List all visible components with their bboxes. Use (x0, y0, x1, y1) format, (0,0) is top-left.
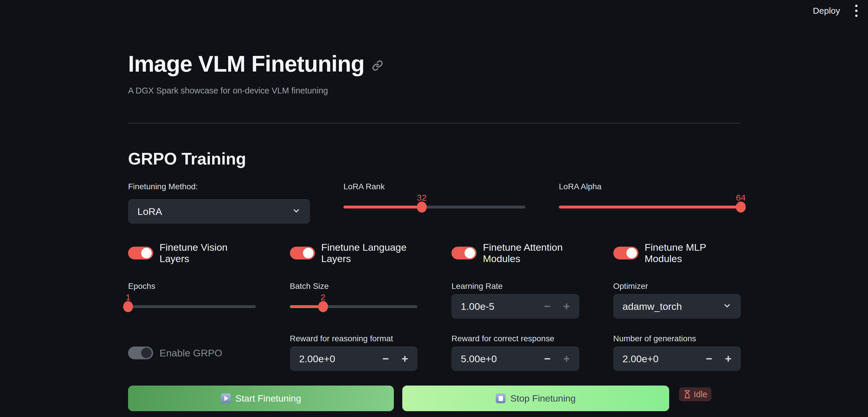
num-generations-label: Number of generations (613, 334, 741, 344)
training-params-row: Epochs 1 Batch Size 2 Learning Rate 1.00… (128, 281, 741, 319)
slider-fill (343, 206, 422, 208)
toggle-finetune-language-layers[interactable]: Finetune Language Layers (290, 242, 418, 264)
toggle-knob (303, 248, 313, 258)
finetuning-method-field: Finetuning Method: LoRA (128, 182, 310, 224)
lora-alpha-label: LoRA Alpha (559, 182, 741, 191)
epochs-slider[interactable] (128, 305, 256, 308)
toggle-label: Finetune MLP Modules (645, 242, 741, 264)
deploy-button[interactable]: Deploy (813, 6, 840, 16)
epochs-field: Epochs 1 (128, 281, 256, 319)
slider-thumb[interactable] (123, 301, 133, 312)
increment-button[interactable]: + (402, 347, 408, 371)
reward-reasoning-input[interactable]: 2.00e+0 − + (290, 347, 418, 371)
lora-rank-field: LoRA Rank 32 (343, 182, 525, 224)
toggle-label: Finetune Vision Layers (159, 242, 256, 264)
reward-reasoning-field: Reward for reasoning format 2.00e+0 − + (290, 334, 418, 371)
learning-rate-value: 1.00e-5 (461, 301, 544, 312)
num-generations-input[interactable]: 2.00e+0 − + (613, 347, 741, 371)
reward-correct-value: 5.00e+0 (461, 353, 544, 365)
status-badge: Idle (679, 387, 711, 401)
kebab-dot (855, 14, 858, 17)
lora-alpha-value: 64 (736, 193, 745, 203)
toggle-switch[interactable] (613, 247, 638, 260)
chevron-down-icon (723, 301, 732, 311)
toggle-switch[interactable] (128, 247, 153, 260)
toggle-finetune-vision-layers[interactable]: Finetune Vision Layers (128, 242, 256, 264)
batch-size-slider[interactable] (290, 305, 418, 308)
finetuning-method-value: LoRA (137, 206, 292, 217)
num-generations-value: 2.00e+0 (623, 353, 706, 365)
stop-finetuning-label: Stop Finetuning (510, 393, 576, 404)
toggle-enable-grpo[interactable]: Enable GRPO (128, 347, 256, 359)
decrement-button[interactable]: − (544, 294, 551, 319)
finetuning-method-dropdown[interactable]: LoRA (128, 199, 310, 224)
epochs-label: Epochs (128, 281, 256, 291)
batch-size-label: Batch Size (290, 281, 418, 291)
optimizer-field: Optimizer adamw_torch (613, 281, 741, 319)
decrement-button[interactable]: − (706, 347, 712, 371)
toggle-switch[interactable] (290, 247, 315, 260)
toggle-knob (141, 348, 152, 358)
toggle-finetune-attention-modules[interactable]: Finetune Attention Modules (452, 242, 579, 264)
link-icon[interactable] (372, 60, 383, 72)
kebab-menu-icon[interactable] (854, 3, 859, 19)
optimizer-dropdown[interactable]: adamw_torch (613, 294, 741, 319)
start-finetuning-button[interactable]: Start Finetuning (128, 386, 394, 411)
chevron-down-icon (292, 206, 301, 216)
toggle-label: Enable GRPO (159, 348, 222, 359)
learning-rate-input[interactable]: 1.00e-5 − + (452, 294, 579, 319)
section-divider (128, 123, 741, 123)
reward-correct-label: Reward for correct response (452, 334, 579, 344)
increment-button[interactable]: + (563, 294, 570, 319)
stop-icon (496, 393, 506, 403)
lora-alpha-slider[interactable] (559, 206, 741, 208)
reward-reasoning-label: Reward for reasoning format (290, 334, 418, 344)
decrement-button[interactable]: − (544, 347, 551, 371)
toggle-label: Finetune Attention Modules (483, 242, 579, 264)
stop-finetuning-button[interactable]: Stop Finetuning (402, 386, 669, 411)
slider-thumb[interactable] (736, 202, 746, 213)
increment-button[interactable]: + (563, 347, 570, 371)
lora-rank-label: LoRA Rank (343, 182, 525, 191)
start-finetuning-label: Start Finetuning (236, 393, 301, 404)
batch-size-field: Batch Size 2 (290, 281, 418, 319)
optimizer-value: adamw_torch (623, 301, 723, 312)
batch-size-value: 2 (320, 292, 326, 302)
play-icon (221, 393, 231, 403)
status-badge-label: Idle (694, 390, 707, 399)
kebab-dot (855, 5, 858, 7)
lora-rank-value: 32 (417, 193, 427, 203)
toggle-knob (465, 248, 475, 258)
slider-thumb[interactable] (318, 301, 328, 312)
toggle-finetune-mlp-modules[interactable]: Finetune MLP Modules (613, 242, 741, 264)
kebab-dot (855, 10, 858, 12)
slider-fill (559, 206, 741, 208)
toggle-knob (141, 248, 152, 258)
reward-correct-input[interactable]: 5.00e+0 − + (452, 347, 579, 371)
lora-rank-slider[interactable] (343, 206, 525, 208)
main-content: Image VLM Finetuning A DGX Spark showcas… (128, 22, 741, 411)
grpo-params-row: Enable GRPO Reward for reasoning format … (128, 334, 741, 371)
toggle-label: Finetune Language Layers (321, 242, 418, 264)
num-generations-field: Number of generations 2.00e+0 − + (613, 334, 741, 371)
lora-alpha-field: LoRA Alpha 64 (559, 182, 741, 224)
toggle-switch[interactable] (452, 247, 476, 260)
learning-rate-label: Learning Rate (452, 281, 579, 291)
enable-grpo-field: Enable GRPO (128, 334, 256, 371)
increment-button[interactable]: + (725, 347, 732, 371)
decrement-button[interactable]: − (382, 347, 389, 371)
reward-correct-field: Reward for correct response 5.00e+0 − + (452, 334, 579, 371)
learning-rate-field: Learning Rate 1.00e-5 − + (452, 281, 579, 319)
toggle-knob (626, 248, 637, 258)
actions-row: Start Finetuning Stop Finetuning Idle (128, 386, 741, 411)
layer-toggles-row: Finetune Vision Layers Finetune Language… (128, 242, 741, 264)
slider-thumb[interactable] (417, 202, 427, 213)
reward-reasoning-value: 2.00e+0 (299, 353, 382, 365)
page-title: Image VLM Finetuning (128, 51, 365, 77)
toggle-switch[interactable] (128, 347, 153, 359)
top-bar: Deploy (0, 0, 868, 22)
finetuning-method-label: Finetuning Method: (128, 182, 310, 191)
section-heading: GRPO Training (128, 149, 741, 168)
method-and-lora-row: Finetuning Method: LoRA LoRA Rank 32 LoR… (128, 182, 741, 224)
hourglass-icon (683, 390, 691, 399)
